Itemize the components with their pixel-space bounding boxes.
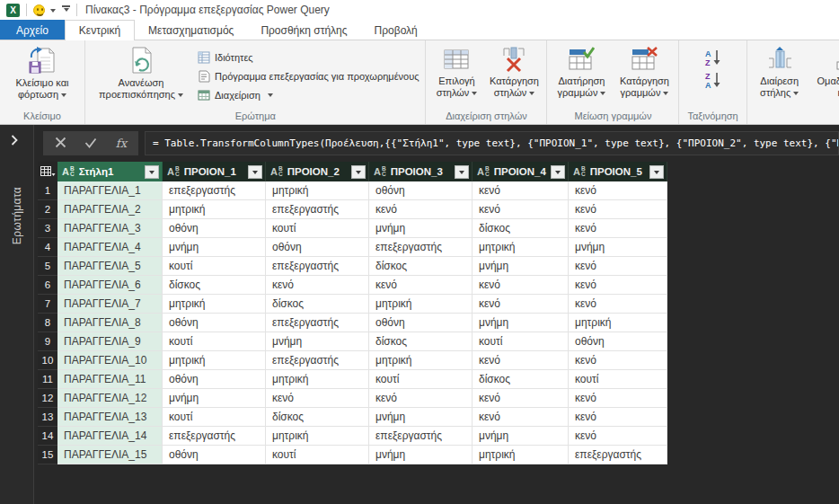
table-cell[interactable]: οθόνη — [163, 446, 266, 464]
split-column-button[interactable]: Διαίρεση στήλης — [750, 42, 809, 99]
table-cell[interactable]: οθόνη — [569, 332, 667, 351]
column-header-ΠΡΟΙΟΝ_2[interactable]: ABCΠΡΟΙΟΝ_2 — [266, 162, 369, 181]
table-cell[interactable]: μνήμη — [266, 332, 369, 351]
table-cell[interactable]: μνήμη — [369, 446, 472, 464]
table-cell[interactable]: ΠΑΡΑΓΓΕΛΙΑ_1 — [57, 181, 163, 200]
table-cell[interactable]: επεξεργαστής — [569, 446, 667, 464]
table-cell[interactable]: κενό — [569, 389, 667, 408]
column-header-ΠΡΟΙΟΝ_3[interactable]: ABCΠΡΟΙΟΝ_3 — [369, 162, 472, 181]
sort-ascending-button[interactable]: A Z — [702, 49, 724, 66]
tab-view[interactable]: Προβολή — [361, 20, 431, 40]
filter-dropdown-button[interactable] — [248, 165, 262, 179]
table-cell[interactable]: κουτί — [569, 370, 667, 389]
table-cell[interactable]: δίσκος — [266, 295, 369, 314]
refresh-preview-button[interactable]: Ανανέωση προεπισκόπησης — [88, 42, 194, 101]
table-cell[interactable]: επεξεργαστής — [369, 427, 472, 446]
table-cell[interactable]: οθόνη — [163, 370, 266, 389]
table-cell[interactable]: κενό — [369, 200, 472, 219]
table-cell[interactable]: μητρική — [472, 446, 569, 464]
table-cell[interactable]: μνήμη — [569, 238, 667, 257]
row-number[interactable]: 10 — [38, 351, 57, 370]
table-cell[interactable]: επεξεργαστής — [266, 200, 369, 219]
advanced-editor-button[interactable]: Πρόγραμμα επεξεργασίας για προχωρημένους — [194, 66, 422, 85]
table-cell[interactable]: κενό — [569, 408, 667, 427]
formula-input[interactable]: = Table.TransformColumnTypes(Προέλευση,{… — [145, 131, 839, 155]
table-cell[interactable]: δίσκος — [369, 332, 472, 351]
group-by-button[interactable]: Ομαδοποίηση κατά — [809, 42, 839, 99]
fx-icon[interactable]: fx — [116, 137, 127, 150]
table-cell[interactable]: μητρική — [266, 427, 369, 446]
table-cell[interactable]: ΠΑΡΑΓΓΕΛΙΑ_8 — [57, 314, 163, 332]
choose-columns-button[interactable]: Επιλογή στηλών — [428, 42, 484, 99]
row-number[interactable]: 14 — [38, 427, 57, 446]
table-cell[interactable]: κενό — [266, 276, 369, 295]
table-cell[interactable]: κενό — [472, 389, 569, 408]
table-cell[interactable]: ΠΑΡΑΓΓΕΛΙΑ_11 — [57, 370, 163, 389]
table-cell[interactable]: κουτί — [163, 408, 266, 427]
keep-rows-button[interactable]: Διατήρηση γραμμών — [550, 42, 613, 99]
column-header-ΠΡΟΙΟΝ_1[interactable]: ABCΠΡΟΙΟΝ_1 — [163, 162, 266, 181]
row-number[interactable]: 5 — [38, 257, 57, 276]
table-cell[interactable]: δίσκος — [163, 276, 266, 295]
row-number[interactable]: 1 — [38, 181, 57, 200]
tab-file[interactable]: Αρχείο — [0, 20, 65, 40]
table-cell[interactable]: ΠΑΡΑΓΓΕΛΙΑ_12 — [57, 389, 163, 408]
table-cell[interactable]: κενό — [569, 351, 667, 370]
row-number[interactable]: 11 — [38, 370, 57, 389]
table-cell[interactable]: ΠΑΡΑΓΓΕΛΙΑ_6 — [57, 276, 163, 295]
row-number[interactable]: 9 — [38, 332, 57, 351]
table-cell[interactable]: κενό — [369, 389, 472, 408]
table-cell[interactable]: μητρική — [472, 238, 569, 257]
table-cell[interactable]: κενό — [472, 408, 569, 427]
table-cell[interactable]: μνήμη — [163, 238, 266, 257]
table-cell[interactable]: οθόνη — [163, 314, 266, 332]
row-number[interactable]: 15 — [38, 446, 57, 464]
table-cell[interactable]: ΠΑΡΑΓΓΕΛΙΑ_14 — [57, 427, 163, 446]
table-cell[interactable]: ΠΑΡΑΓΓΕΛΙΑ_15 — [57, 446, 163, 464]
table-cell[interactable]: επεξεργαστής — [163, 427, 266, 446]
table-cell[interactable]: κενό — [472, 200, 569, 219]
row-number[interactable]: 7 — [38, 295, 57, 314]
table-cell[interactable]: δίσκος — [472, 370, 569, 389]
row-number[interactable]: 3 — [38, 219, 57, 238]
filter-dropdown-button[interactable] — [551, 165, 565, 179]
cancel-formula-button[interactable] — [55, 136, 66, 152]
table-menu-button[interactable] — [38, 162, 57, 181]
table-cell[interactable]: οθόνη — [163, 219, 266, 238]
table-cell[interactable]: μνήμη — [472, 257, 569, 276]
manage-button[interactable]: Διαχείριση — [194, 85, 422, 104]
table-cell[interactable]: μητρική — [369, 295, 472, 314]
table-cell[interactable]: ΠΑΡΑΓΓΕΛΙΑ_5 — [57, 257, 163, 276]
table-cell[interactable]: κενό — [472, 276, 569, 295]
table-cell[interactable]: κενό — [569, 257, 667, 276]
table-cell[interactable]: ΠΑΡΑΓΓΕΛΙΑ_13 — [57, 408, 163, 427]
table-cell[interactable]: κενό — [569, 295, 667, 314]
table-cell[interactable]: μητρική — [163, 295, 266, 314]
row-number[interactable]: 6 — [38, 276, 57, 295]
table-cell[interactable]: μνήμη — [472, 314, 569, 332]
column-header-Στήλη1[interactable]: ABCΣτήλη1 — [57, 162, 163, 181]
column-header-ΠΡΟΙΟΝ_5[interactable]: ABCΠΡΟΙΟΝ_5 — [569, 162, 667, 181]
row-number[interactable]: 8 — [38, 314, 57, 332]
table-cell[interactable]: μητρική — [369, 351, 472, 370]
table-cell[interactable]: μητρική — [266, 370, 369, 389]
table-cell[interactable]: κενό — [569, 219, 667, 238]
row-number[interactable]: 12 — [38, 389, 57, 408]
table-cell[interactable]: ΠΑΡΑΓΓΕΛΙΑ_4 — [57, 238, 163, 257]
table-cell[interactable]: δίσκος — [472, 219, 569, 238]
table-cell[interactable]: μνήμη — [369, 219, 472, 238]
filter-dropdown-button[interactable] — [649, 165, 664, 179]
table-cell[interactable]: μητρική — [569, 314, 667, 332]
table-cell[interactable]: κουτί — [369, 370, 472, 389]
column-header-ΠΡΟΙΟΝ_4[interactable]: ABCΠΡΟΙΟΝ_4 — [472, 162, 569, 181]
table-cell[interactable]: κενό — [569, 427, 667, 446]
table-cell[interactable]: οθόνη — [369, 181, 472, 200]
properties-button[interactable]: Ιδιότητες — [194, 48, 422, 66]
table-cell[interactable]: δίσκος — [369, 257, 472, 276]
table-cell[interactable]: κενό — [472, 295, 569, 314]
table-cell[interactable]: επεξεργαστής — [266, 257, 369, 276]
remove-rows-button[interactable]: Κατάργηση γραμμών — [613, 42, 676, 99]
table-cell[interactable]: ΠΑΡΑΓΓΕΛΙΑ_3 — [57, 219, 163, 238]
quick-access-toolbar-button[interactable] — [62, 5, 70, 14]
table-cell[interactable]: κενό — [569, 181, 667, 200]
